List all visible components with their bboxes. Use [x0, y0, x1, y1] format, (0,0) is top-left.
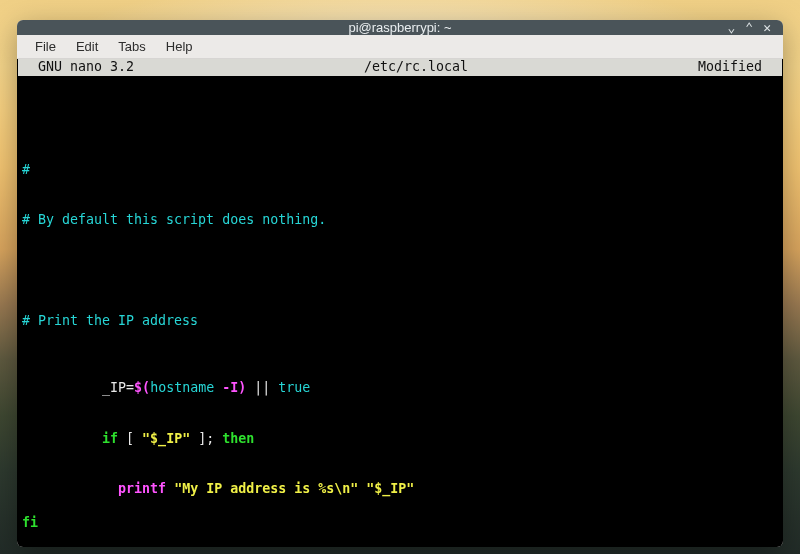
code-string: "$_IP": [142, 431, 190, 446]
code-printf: printf: [102, 481, 174, 496]
desktop-background: pi@raspberrypi: ~ ⌄ ⌃ ✕ File Edit Tabs H…: [0, 0, 800, 554]
maximize-button[interactable]: ⌃: [745, 20, 753, 35]
menubar: File Edit Tabs Help: [17, 35, 783, 59]
code-cmd: hostname: [150, 380, 222, 395]
close-button[interactable]: ✕: [763, 20, 771, 35]
code-comment: # By default this script does nothing.: [22, 212, 326, 227]
code-subst-open: $(: [134, 380, 150, 395]
code-if: if: [102, 431, 118, 446]
code-comment: # Print the IP address: [22, 313, 198, 328]
menu-file[interactable]: File: [25, 35, 66, 58]
window-controls: ⌄ ⌃ ✕: [728, 20, 777, 35]
nano-status: Modified: [698, 59, 782, 76]
window-titlebar[interactable]: pi@raspberrypi: ~ ⌄ ⌃ ✕: [17, 20, 783, 35]
nano-version: GNU nano 3.2: [18, 59, 134, 76]
menu-edit[interactable]: Edit: [66, 35, 108, 58]
nano-header: GNU nano 3.2 /etc/rc.local Modified: [18, 59, 782, 76]
nano-filepath: /etc/rc.local: [134, 59, 698, 76]
terminal-window: pi@raspberrypi: ~ ⌄ ⌃ ✕ File Edit Tabs H…: [17, 20, 783, 547]
nano-editor[interactable]: # # By default this script does nothing.…: [18, 76, 782, 547]
minimize-button[interactable]: ⌄: [728, 20, 736, 35]
code-comment: #: [22, 162, 30, 177]
terminal-area[interactable]: GNU nano 3.2 /etc/rc.local Modified # # …: [17, 59, 783, 547]
window-title: pi@raspberrypi: ~: [348, 20, 451, 35]
menu-tabs[interactable]: Tabs: [108, 35, 155, 58]
code-fi: fi: [22, 515, 38, 530]
code-then: then: [222, 431, 254, 446]
code-var: _IP: [102, 380, 126, 395]
code-string: "$_IP": [366, 481, 414, 496]
menu-help[interactable]: Help: [156, 35, 203, 58]
code-keyword: true: [278, 380, 310, 395]
code-flag: -I: [222, 380, 238, 395]
code-string: "My IP address is %s\n": [174, 481, 358, 496]
